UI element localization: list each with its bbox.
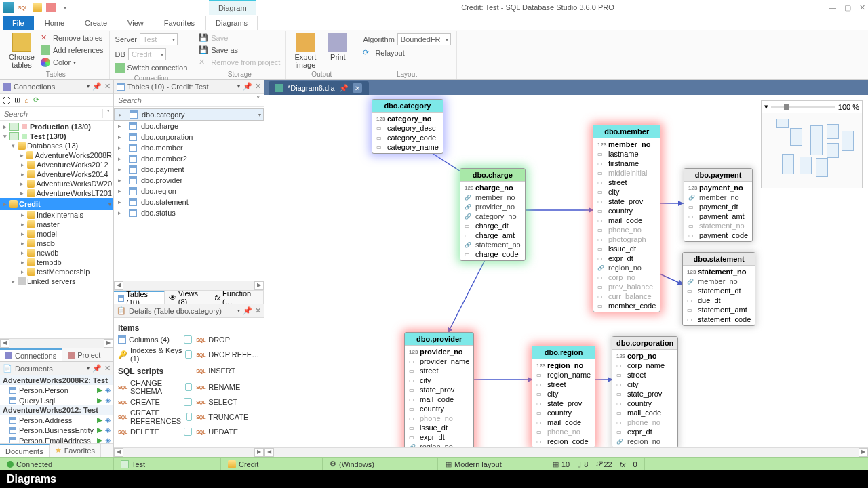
run-icon[interactable]: ▶ bbox=[97, 436, 102, 443]
run-sel-icon[interactable]: ◈ bbox=[105, 426, 111, 434]
qat-studio-icon[interactable] bbox=[3, 2, 14, 13]
column-row[interactable]: ▭lastname bbox=[596, 149, 657, 159]
column-row[interactable]: ▭member_code bbox=[596, 301, 657, 310]
script-item[interactable]: SQLDROP REFE… bbox=[196, 345, 260, 364]
table-row[interactable]: ▸dbo.provider bbox=[114, 175, 264, 186]
column-row[interactable]: ▭state_prov bbox=[615, 389, 675, 399]
pane-close-icon[interactable]: ✕ bbox=[255, 82, 261, 91]
databases-node[interactable]: ▾Databases (13) bbox=[0, 141, 113, 150]
server-selector[interactable]: ServerTest bbox=[114, 33, 189, 46]
document-item[interactable]: Person.Address▶◈ bbox=[0, 415, 113, 425]
script-item[interactable]: SQLCREATE bbox=[118, 396, 192, 407]
run-sel-icon[interactable]: ◈ bbox=[105, 436, 111, 443]
run-sel-icon[interactable]: ◈ bbox=[105, 396, 111, 405]
column-row[interactable]: ▭charge_dt bbox=[463, 221, 522, 230]
column-row[interactable]: ▭region_code bbox=[535, 436, 592, 446]
overview-minimap[interactable] bbox=[762, 113, 862, 188]
column-row[interactable]: ▭curr_balance bbox=[596, 291, 657, 301]
tab-project[interactable]: Project bbox=[62, 348, 106, 361]
diagram-table[interactable]: dbo.region123region_no▭region_name▭stree… bbox=[532, 346, 595, 447]
database-node[interactable]: ▸AdventureWorksLT201 bbox=[0, 188, 113, 198]
column-row[interactable]: ▭category_name bbox=[375, 142, 440, 152]
document-item[interactable]: Query1.sql▶◈ bbox=[0, 395, 113, 405]
tab-favorites[interactable]: Favorites bbox=[155, 16, 204, 30]
document-tab[interactable]: *Diagram6.dia 📌 ✕ bbox=[269, 81, 369, 95]
db-selector[interactable]: DBCredit bbox=[114, 47, 189, 61]
column-row[interactable]: ▭photograph bbox=[596, 235, 657, 244]
column-row[interactable]: 🔗member_no bbox=[463, 192, 522, 202]
tab-connections[interactable]: Connections bbox=[0, 348, 62, 361]
script-item[interactable]: SQLINSERT bbox=[196, 364, 260, 378]
connections-tree[interactable]: ▸Production (13/0)▾Test (13/0)▾Databases… bbox=[0, 121, 113, 338]
pane-close-icon[interactable]: ✕ bbox=[255, 306, 261, 315]
refresh-icon[interactable] bbox=[184, 398, 192, 406]
column-row[interactable]: 123corp_no bbox=[615, 351, 675, 361]
add-references-button[interactable]: Add references bbox=[39, 45, 105, 56]
collapse-all-icon[interactable]: ⊞ bbox=[14, 96, 20, 104]
view-functions[interactable]: fxFunction (… bbox=[210, 291, 264, 304]
column-row[interactable]: 🔗member_no bbox=[686, 277, 752, 286]
column-row[interactable]: ▭street bbox=[535, 380, 592, 389]
diagram-canvas[interactable]: ▾ 100 % dbo.category123category_no▭categ… bbox=[264, 95, 868, 447]
column-row[interactable]: ▭mail_code bbox=[615, 408, 675, 418]
column-row[interactable]: ▭street bbox=[615, 370, 675, 380]
document-group[interactable]: AdventureWorks2012: Test bbox=[0, 405, 113, 415]
zoom-slider[interactable] bbox=[771, 106, 835, 108]
table-row[interactable]: ▸dbo.charge bbox=[114, 121, 264, 131]
table-header[interactable]: dbo.provider bbox=[405, 333, 473, 346]
qat-db-icon[interactable] bbox=[33, 3, 42, 12]
column-row[interactable]: ▭corp_no bbox=[596, 272, 657, 282]
remove-from-project-button[interactable]: ✕Remove from project bbox=[197, 57, 281, 68]
column-row[interactable]: ▭country bbox=[615, 399, 675, 408]
run-icon[interactable]: ▶ bbox=[97, 386, 102, 394]
column-row[interactable]: 123payment_no bbox=[687, 183, 749, 192]
column-row[interactable]: ▭city bbox=[408, 375, 471, 385]
database-node[interactable]: ▸model bbox=[0, 229, 113, 239]
tables-search-input[interactable] bbox=[114, 95, 252, 106]
qat-dropdown-icon[interactable]: ▾ bbox=[60, 2, 71, 13]
table-header[interactable]: dbo.category bbox=[372, 100, 443, 113]
columns-item[interactable]: Columns (4) bbox=[118, 334, 192, 345]
tab-documents[interactable]: Documents bbox=[0, 444, 50, 457]
column-row[interactable]: ▭charge_code bbox=[463, 249, 522, 259]
diagram-table[interactable]: dbo.corporation123corp_no▭corp_name▭stre… bbox=[612, 336, 678, 447]
algorithm-selector[interactable]: AlgorithmBoundedFR bbox=[361, 33, 452, 46]
run-sel-icon[interactable]: ◈ bbox=[105, 386, 111, 394]
search-dropdown-icon[interactable]: ˅ bbox=[252, 96, 264, 104]
relayout-button[interactable]: ⟳Relayout bbox=[361, 47, 452, 58]
doc-close-icon[interactable]: ✕ bbox=[353, 83, 362, 93]
table-row[interactable]: ▸dbo.corporation bbox=[114, 131, 264, 142]
column-row[interactable]: ▭statement_dt bbox=[686, 286, 752, 296]
table-header[interactable]: dbo.region bbox=[532, 346, 595, 359]
database-node[interactable]: ▸AdventureWorksDW20 bbox=[0, 179, 113, 188]
column-row[interactable]: ▭payment_amt bbox=[687, 211, 749, 221]
pane-close-icon[interactable]: ✕ bbox=[104, 364, 111, 373]
save-as-button[interactable]: 💾Save as bbox=[197, 45, 281, 56]
table-row[interactable]: ▸dbo.status bbox=[114, 207, 264, 218]
column-row[interactable]: ▭provider_name bbox=[408, 357, 471, 366]
maximize-icon[interactable]: ▢ bbox=[844, 3, 851, 12]
pane-dropdown-icon[interactable]: ▾ bbox=[237, 83, 240, 89]
column-row[interactable]: ▭corp_name bbox=[615, 361, 675, 370]
script-item[interactable]: SQLUPDATE bbox=[196, 426, 260, 437]
column-row[interactable]: ▭statement_code bbox=[686, 314, 752, 324]
column-row[interactable]: ▭state_prov bbox=[535, 399, 592, 408]
database-node[interactable]: ▸newdb bbox=[0, 248, 113, 258]
column-row[interactable]: ▭mail_code bbox=[535, 418, 592, 427]
refresh-icon[interactable] bbox=[184, 428, 192, 436]
column-row[interactable]: 🔗region_no bbox=[596, 263, 657, 272]
column-row[interactable]: ▭phone_no bbox=[535, 427, 592, 436]
server-node[interactable]: ▾Test (13/0) bbox=[0, 131, 113, 141]
diagram-table[interactable]: dbo.charge123charge_no🔗member_no🔗provide… bbox=[460, 168, 526, 261]
diagram-table[interactable]: dbo.member123member_no▭lastname▭firstnam… bbox=[593, 125, 660, 312]
database-node[interactable]: ▸IndexInternals bbox=[0, 210, 113, 220]
table-header[interactable]: dbo.charge bbox=[460, 169, 525, 182]
refresh-icon[interactable] bbox=[184, 336, 192, 344]
table-header[interactable]: dbo.payment bbox=[684, 169, 752, 182]
diagram-table[interactable]: dbo.statement123statement_no🔗member_no▭s… bbox=[682, 252, 755, 326]
export-image-button[interactable]: Export image bbox=[290, 33, 320, 69]
connections-search-input[interactable] bbox=[0, 108, 102, 119]
refresh-icon[interactable] bbox=[185, 383, 192, 391]
column-row[interactable]: ▭expr_dt bbox=[596, 253, 657, 263]
column-row[interactable]: ▭firstname bbox=[596, 159, 657, 168]
